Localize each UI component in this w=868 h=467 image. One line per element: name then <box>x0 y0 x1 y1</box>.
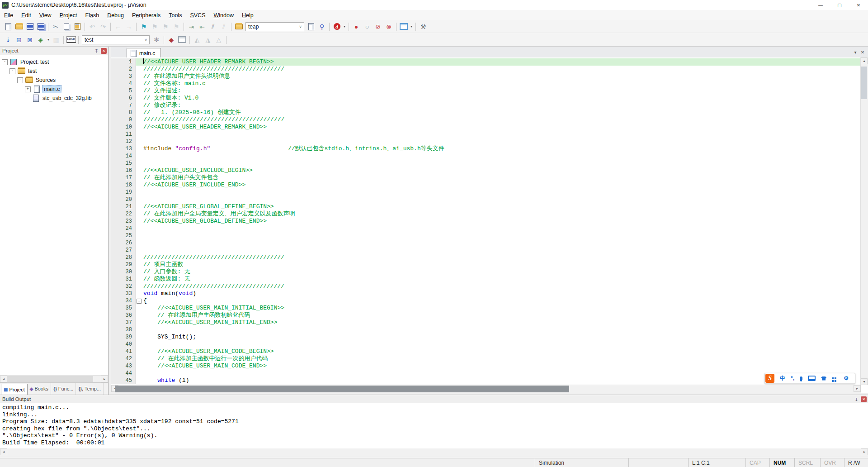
code-line[interactable]: 30// 入口参数: 无 <box>111 268 861 276</box>
menu-debug[interactable]: Debug <box>103 11 128 20</box>
stop-build-icon[interactable] <box>51 35 61 45</box>
clear-bookmarks-icon[interactable] <box>171 22 181 32</box>
code-line[interactable]: 36 // 在此添加用户主函数初始化代码 <box>111 312 861 319</box>
code-line[interactable]: 29// 项目主函数 <box>111 261 861 268</box>
code-line[interactable]: 40 <box>111 341 861 348</box>
target-combo[interactable]: test <box>82 35 150 44</box>
code-line[interactable]: 7// 修改记录: <box>111 102 861 109</box>
build-icon[interactable] <box>14 35 24 45</box>
code-line[interactable]: 26 <box>111 239 861 247</box>
maximize-button[interactable]: ▢ <box>830 0 849 10</box>
new-file-icon[interactable] <box>3 22 13 32</box>
code-editor[interactable]: 1//<<AICUBE_USER_HEADER_REMARK_BEGIN>>2/… <box>111 57 861 385</box>
next-bookmark-icon[interactable] <box>150 22 160 32</box>
code-line[interactable]: 37 //<<AICUBE_USER_MAIN_INITIAL_END>> <box>111 319 861 326</box>
code-line[interactable]: 23//<<AICUBE_USER_GLOBAL_DEFINE_END>> <box>111 218 861 225</box>
batch-build-icon[interactable] <box>36 35 46 45</box>
editor-hscrollbar[interactable] <box>111 385 861 393</box>
paste-icon[interactable] <box>72 22 82 32</box>
code-line[interactable]: 25 <box>111 232 861 239</box>
code-line[interactable]: 24 <box>111 225 861 232</box>
scroll-up-icon[interactable] <box>861 57 868 64</box>
scroll-down-icon[interactable] <box>861 378 868 385</box>
code-line[interactable]: 45 while (1) <box>111 377 861 384</box>
tree-item-test[interactable]: -test <box>0 67 108 76</box>
editor-vscroll-thumb[interactable] <box>861 67 867 99</box>
options-for-target-icon[interactable] <box>151 35 161 45</box>
fold-toggle-icon[interactable]: - <box>137 299 142 304</box>
code-line[interactable]: 1//<<AICUBE_USER_HEADER_REMARK_BEGIN>> <box>111 58 861 66</box>
menu-peripherals[interactable]: Peripherals <box>128 11 165 20</box>
code-line[interactable]: 17// 在此添加用户头文件包含 <box>111 174 861 181</box>
chinese-mode-icon[interactable]: 中 <box>780 375 785 382</box>
manage-layers-icon-2[interactable] <box>203 35 213 45</box>
editor-vscrollbar[interactable] <box>860 57 868 385</box>
redo-icon[interactable] <box>98 22 108 32</box>
tree-item-stc-usb-cdc-32g-lib[interactable]: stc_usb_cdc_32g.lib <box>0 94 108 103</box>
menu-project[interactable]: Project <box>56 11 81 20</box>
rebuild-all-icon[interactable] <box>25 35 35 45</box>
sogou-logo-icon[interactable]: S <box>765 374 774 383</box>
code-line[interactable]: 22// 在此添加用户全局变量定义、用户宏定义以及函数声明 <box>111 210 861 218</box>
debug-windows-icon[interactable] <box>399 22 409 32</box>
code-line[interactable]: 6// 文件版本: V1.0 <box>111 95 861 102</box>
close-document-button[interactable]: ✕ <box>859 48 866 56</box>
code-line[interactable]: 15 <box>111 160 861 167</box>
download-icon[interactable] <box>66 35 76 45</box>
enable-breakpoint-icon[interactable] <box>362 22 372 32</box>
code-line[interactable]: 20 <box>111 196 861 203</box>
project-hscrollbar[interactable] <box>0 375 108 383</box>
scroll-left-icon[interactable] <box>0 376 7 382</box>
pin-icon[interactable] <box>94 48 99 54</box>
voice-input-icon[interactable] <box>800 376 802 381</box>
code-line[interactable]: 27 <box>111 247 861 254</box>
settings-icon[interactable]: ⚙ <box>844 375 849 381</box>
undo-icon[interactable] <box>87 22 97 32</box>
insert-bookmark-icon[interactable] <box>139 22 149 32</box>
start-stop-debug-icon[interactable] <box>332 22 342 32</box>
dock-tab-books[interactable]: ◈Books <box>28 383 51 395</box>
unindent-icon[interactable] <box>197 22 207 32</box>
tree-item-main-c[interactable]: +main.c <box>0 85 108 94</box>
code-line[interactable]: 21//<<AICUBE_USER_GLOBAL_DEFINE_BEGIN>> <box>111 203 861 210</box>
code-line[interactable]: 41 //<<AICUBE_USER_MAIN_CODE_BEGIN>> <box>111 348 861 355</box>
menu-help[interactable]: Help <box>238 11 258 20</box>
project-hscroll-thumb[interactable] <box>7 376 93 382</box>
debug-dropdown-caret[interactable]: ▾ <box>342 22 347 32</box>
copy-icon[interactable] <box>61 22 71 32</box>
file-extensions-icon[interactable] <box>177 35 187 45</box>
code-line[interactable]: 42 // 在此添加主函数中运行一次的用户代码 <box>111 355 861 362</box>
menu-flash[interactable]: Flash <box>81 11 104 20</box>
code-line[interactable]: 4// 文件名称: main.c <box>111 80 861 87</box>
prev-bookmark-icon[interactable] <box>160 22 170 32</box>
code-line[interactable]: 43 //<<AICUBE_USER_MAIN_CODE_END>> <box>111 362 861 370</box>
dock-tab-temp[interactable]: {},Temp... <box>76 383 104 395</box>
punctuation-icon[interactable]: °, <box>791 375 794 381</box>
code-line[interactable]: 32//////////////////////////////////////… <box>111 283 861 290</box>
code-line[interactable]: 18//<<AICUBE_USER_INCLUDE_END>> <box>111 181 861 189</box>
code-line[interactable]: 31// 函数返回: 无 <box>111 276 861 283</box>
scroll-right-icon[interactable] <box>854 385 861 392</box>
code-line[interactable]: 16//<<AICUBE_USER_INCLUDE_BEGIN>> <box>111 167 861 174</box>
manage-layers-icon-1[interactable] <box>192 35 202 45</box>
code-line[interactable]: 13#include "config.h" //默认已包含stdio.h、int… <box>111 145 861 152</box>
manage-layers-icon-3[interactable] <box>214 35 224 45</box>
menu-svcs[interactable]: SVCS <box>186 11 209 20</box>
code-line[interactable]: 3// 在此添加用户文件头说明信息 <box>111 73 861 80</box>
tree-expander[interactable]: - <box>17 77 23 83</box>
manage-rte-icon[interactable] <box>166 35 176 45</box>
comment-selection-icon[interactable] <box>208 22 218 32</box>
close-panel-button[interactable] <box>101 48 107 54</box>
insert-breakpoint-icon[interactable] <box>351 22 361 32</box>
code-line[interactable]: 5// 文件描述: <box>111 87 861 95</box>
code-line[interactable]: 33void main(void) <box>111 290 861 297</box>
code-line[interactable]: 14 <box>111 152 861 160</box>
output-hscrollbar[interactable] <box>0 448 868 456</box>
code-line[interactable]: 11 <box>111 131 861 138</box>
tree-expander[interactable]: - <box>9 68 15 74</box>
incremental-find-icon[interactable] <box>317 22 327 32</box>
uncomment-selection-icon[interactable] <box>219 22 229 32</box>
target-combo-caret[interactable] <box>142 38 149 42</box>
save-all-icon[interactable] <box>36 22 46 32</box>
tree-item-project-test[interactable]: -Project: test <box>0 57 108 67</box>
